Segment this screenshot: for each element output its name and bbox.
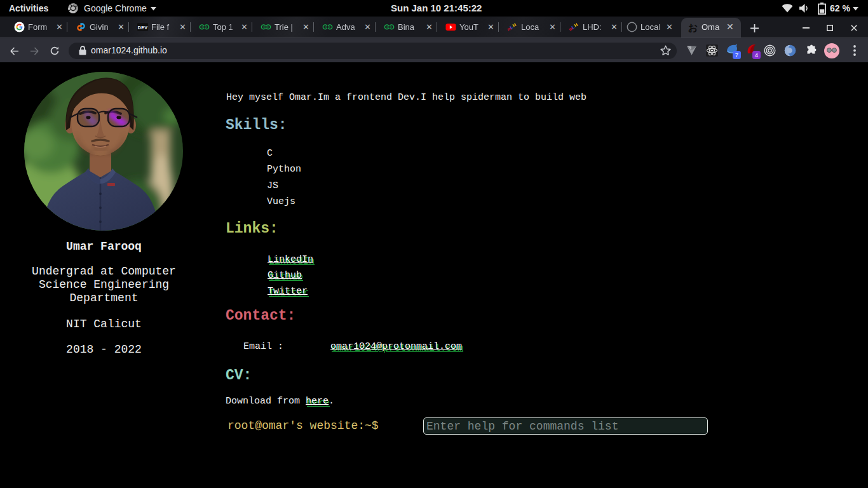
svg-text:お: お bbox=[688, 22, 698, 33]
svg-text:7: 7 bbox=[735, 51, 738, 58]
svg-text:4: 4 bbox=[755, 51, 758, 58]
svg-text:DEV: DEV bbox=[138, 25, 147, 30]
